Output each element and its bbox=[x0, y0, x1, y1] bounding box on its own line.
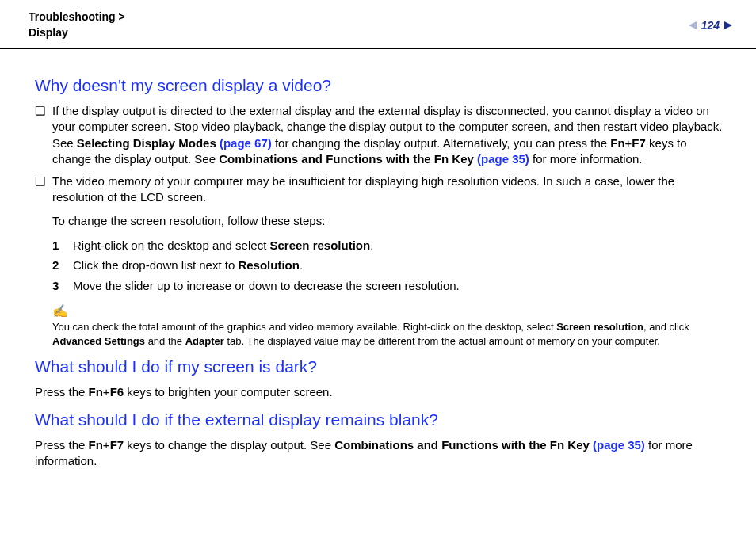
list-item: 2 Click the drop-down list next to Resol… bbox=[52, 255, 727, 276]
step-number: 1 bbox=[52, 235, 73, 256]
breadcrumb: Troubleshooting > Display bbox=[29, 10, 125, 40]
list-item-text: The video memory of your computer may be… bbox=[52, 174, 727, 206]
paragraph: Press the Fn+F6 keys to brighten your co… bbox=[35, 384, 727, 400]
prev-page-icon[interactable] bbox=[689, 21, 697, 29]
text: You can check the total amount of the gr… bbox=[52, 321, 556, 333]
text: Press the bbox=[35, 438, 89, 452]
text: for more information. bbox=[529, 152, 643, 166]
text: + bbox=[103, 438, 110, 452]
bold-text: Combinations and Functions with the Fn K… bbox=[334, 438, 593, 452]
key-label: Fn bbox=[89, 385, 103, 399]
page-content: Why doesn't my screen display a video? ❑… bbox=[0, 49, 756, 493]
text: Move the slider up to increase or down t… bbox=[73, 279, 460, 292]
key-label: F6 bbox=[110, 385, 124, 399]
bold-text: Advanced Settings bbox=[52, 335, 145, 347]
bold-text: Adapter bbox=[185, 335, 224, 347]
text: + bbox=[103, 385, 110, 399]
text: . bbox=[300, 258, 303, 272]
text: and the bbox=[145, 335, 185, 347]
key-label: F7 bbox=[110, 438, 124, 452]
bold-text: Resolution bbox=[238, 258, 300, 272]
text: Press the bbox=[35, 385, 89, 399]
key-label: Fn bbox=[89, 438, 103, 452]
list-item-text: If the display output is directed to the… bbox=[52, 103, 727, 167]
page-header: Troubleshooting > Display 124 bbox=[0, 0, 756, 49]
list-item: 3 Move the slider up to increase or down… bbox=[52, 276, 727, 296]
text: , and click bbox=[643, 321, 689, 333]
text: for changing the display output. Alterna… bbox=[272, 136, 610, 150]
page-link[interactable]: (page 35) bbox=[593, 438, 645, 452]
page-number: 124 bbox=[700, 19, 721, 32]
page-link[interactable]: (page 35) bbox=[477, 152, 529, 166]
page: Troubleshooting > Display 124 Why doesn'… bbox=[0, 0, 756, 534]
bold-text: Combinations and Functions with the Fn K… bbox=[219, 152, 477, 166]
ordered-list: 1 Right-click on the desktop and select … bbox=[52, 235, 727, 296]
key-label: F7 bbox=[632, 136, 646, 150]
text: keys to change the display output. See bbox=[124, 438, 334, 452]
step-number: 3 bbox=[52, 276, 73, 296]
note: ✍ You can check the total amount of the … bbox=[52, 303, 727, 348]
step-number: 2 bbox=[52, 255, 73, 276]
bold-text: Selecting Display Modes bbox=[77, 136, 220, 150]
list-item: 1 Right-click on the desktop and select … bbox=[52, 235, 727, 256]
chevron-right-icon: > bbox=[119, 10, 125, 23]
section-title: What should I do if my screen is dark? bbox=[35, 357, 727, 376]
text: tab. The displayed value may be differen… bbox=[224, 335, 660, 347]
section-title: Why doesn't my screen display a video? bbox=[35, 76, 727, 95]
text: Click the drop-down list next to bbox=[73, 258, 238, 272]
paragraph: To change the screen resolution, follow … bbox=[52, 212, 727, 229]
text: Right-click on the desktop and select bbox=[73, 238, 269, 252]
section-title: What should I do if the external display… bbox=[35, 410, 727, 429]
bullet-icon: ❑ bbox=[35, 103, 52, 119]
step-text: Move the slider up to increase or down t… bbox=[73, 276, 460, 296]
bold-text: Screen resolution bbox=[556, 321, 643, 333]
key-label: Fn bbox=[610, 136, 624, 150]
page-navigator: 124 bbox=[689, 19, 732, 32]
bullet-icon: ❑ bbox=[35, 174, 52, 189]
list-item: ❑ The video memory of your computer may … bbox=[35, 174, 727, 206]
text: keys to brighten your computer screen. bbox=[124, 385, 332, 399]
breadcrumb-page: Display bbox=[29, 26, 68, 39]
note-icon: ✍ bbox=[52, 303, 727, 318]
page-link[interactable]: (page 67) bbox=[220, 136, 272, 150]
paragraph: Press the Fn+F7 keys to change the displ… bbox=[35, 437, 727, 470]
note-text: You can check the total amount of the gr… bbox=[52, 320, 727, 348]
breadcrumb-section: Troubleshooting bbox=[29, 10, 116, 23]
bold-text: Screen resolution bbox=[269, 238, 370, 252]
text: . bbox=[370, 238, 373, 252]
next-page-icon[interactable] bbox=[724, 21, 732, 29]
step-text: Right-click on the desktop and select Sc… bbox=[73, 235, 373, 256]
step-text: Click the drop-down list next to Resolut… bbox=[73, 255, 303, 276]
list-item: ❑ If the display output is directed to t… bbox=[35, 103, 727, 167]
